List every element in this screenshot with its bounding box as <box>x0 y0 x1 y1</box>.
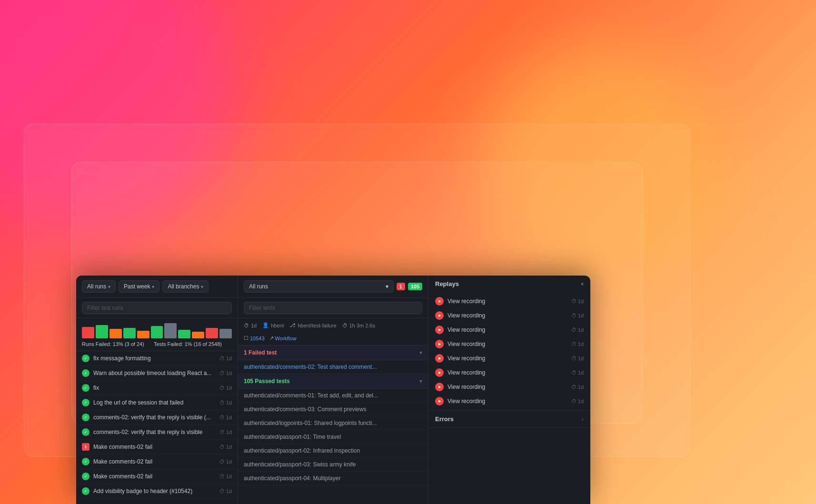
chart-bar <box>82 327 94 338</box>
left-panel: All runs ▾ Past week ▾ All branches ▾ <box>76 276 238 504</box>
test-time: ⏱ 1d <box>219 415 232 420</box>
errors-title: Errors <box>435 415 454 423</box>
filter-time-select[interactable]: Past week ▾ <box>119 280 159 293</box>
passed-test-item[interactable]: authenticated/passport-02: Infrared insp… <box>238 444 428 458</box>
replay-label: View recording <box>448 326 485 333</box>
replay-item-left: View recording <box>435 297 485 306</box>
passed-test-item[interactable]: authenticated/passport-03: Swiss army kn… <box>238 458 428 472</box>
test-time: ⏱ 1d <box>219 474 232 479</box>
list-item[interactable]: ✓Warn about possible timeout loading Rea… <box>76 366 238 381</box>
pass-icon: ✓ <box>82 487 90 495</box>
passed-test-item[interactable]: authenticated/passport-01: Time travel <box>238 430 428 444</box>
replay-label: View recording <box>448 398 485 405</box>
list-item[interactable]: ✓fix⏱ 1d <box>76 381 238 395</box>
replay-time: ⏱ 1d <box>571 356 584 361</box>
test-time: ⏱ 1d <box>219 459 232 464</box>
replay-item[interactable]: View recording⏱ 1d <box>428 323 590 337</box>
replay-item[interactable]: View recording⏱ 1d <box>428 337 590 351</box>
workflow-link[interactable]: ↗ Workflow <box>269 335 297 341</box>
runs-failed-stat: Runs Failed: 13% (3 of 24) <box>82 341 144 347</box>
errors-header[interactable]: Errors ‹ <box>428 411 590 427</box>
replay-item-left: View recording <box>435 368 485 377</box>
tests-failed-stat: Tests Failed: 1% (16 of 2548) <box>154 341 222 347</box>
passed-section-header[interactable]: 105 Passed tests ▾ <box>238 374 428 389</box>
search-input[interactable] <box>82 302 232 314</box>
replay-item[interactable]: View recording⏱ 1d <box>428 366 590 380</box>
list-item[interactable]: ✓Make comments-02 fail⏱ 1d <box>76 455 238 469</box>
filter-runs-label: All runs <box>87 283 106 290</box>
meta-author: 👤 hbenl <box>262 322 284 328</box>
commit-link[interactable]: ☐ 10543 <box>244 335 265 341</box>
filter-branches-select[interactable]: All branches ▾ <box>162 280 209 293</box>
test-name: Make comments-02 fail <box>93 458 152 465</box>
replay-item-left: View recording <box>435 326 485 334</box>
replay-item-left: View recording <box>435 311 485 320</box>
passed-tests-list: authenticated/comments-01: Test add, edi… <box>238 389 428 485</box>
replay-item[interactable]: View recording⏱ 1d <box>428 380 590 394</box>
chevron-down-icon: ▾ <box>152 284 154 289</box>
play-icon <box>435 397 444 405</box>
play-icon <box>435 311 444 320</box>
filter-time-label: Past week <box>124 283 150 290</box>
failed-section-header[interactable]: 1 Failed test ▾ <box>238 346 428 360</box>
play-icon <box>435 326 444 334</box>
chart-bar <box>178 330 190 338</box>
list-item[interactable]: ✓comments-02: verify that the reply is v… <box>76 425 238 440</box>
failed-test-item[interactable]: authenticated/comments-02: Test shared c… <box>238 360 428 374</box>
test-name: comments-02: verify that the reply is vi… <box>93 429 202 435</box>
passed-test-item[interactable]: authenticated/logpoints-01: Shared logpo… <box>238 416 428 430</box>
replays-section: Replays ▾ View recording⏱ 1dView recordi… <box>428 276 590 411</box>
chevron-down-icon: ▾ <box>419 349 422 356</box>
replay-item[interactable]: View recording⏱ 1d <box>428 294 590 308</box>
test-item-left: ✓fix <box>82 384 219 392</box>
replay-label: View recording <box>448 384 485 390</box>
test-item-left: ✓Log the url of the session that failed <box>82 399 219 406</box>
replay-item[interactable]: View recording⏱ 1d <box>428 308 590 323</box>
replay-item-left: View recording <box>435 354 485 363</box>
meta-links: ☐ 10543 ↗ Workflow <box>244 335 297 341</box>
content-area: All runs ▾ Past week ▾ All branches ▾ <box>76 276 590 504</box>
list-item[interactable]: ✓Log the url of the session that failed⏱… <box>76 395 238 410</box>
replay-list: View recording⏱ 1dView recording⏱ 1dView… <box>428 292 590 410</box>
list-item[interactable]: ✓Make comments-02 fail⏱ 1d <box>76 469 238 484</box>
meta-duration: ⏱ 1h 3m 2.6s <box>342 323 375 328</box>
replay-time: ⏱ 1d <box>571 313 584 318</box>
pass-icon: ✓ <box>82 355 90 362</box>
middle-search <box>238 298 428 318</box>
chart-bar <box>219 329 232 338</box>
test-item-left: ✓comments-02: verify that the reply is v… <box>82 414 219 421</box>
passed-test-item[interactable]: authenticated/comments-03: Comment previ… <box>238 403 428 416</box>
play-icon <box>435 297 444 306</box>
replays-title: Replays <box>435 280 459 287</box>
pass-icon: ✓ <box>82 428 90 436</box>
test-item-left: 1Make comments-02 fail <box>82 443 219 451</box>
list-item[interactable]: ✓comments-02: verify that the reply is v… <box>76 410 238 425</box>
pass-icon: ✓ <box>82 458 90 465</box>
replay-item[interactable]: View recording⏱ 1d <box>428 394 590 408</box>
list-item[interactable]: ✓fix message formatting⏱ 1d <box>76 351 238 366</box>
filter-runs-select[interactable]: All runs ▾ <box>82 280 116 293</box>
replay-time: ⏱ 1d <box>571 341 584 347</box>
passed-test-item[interactable]: authenticated/passport-04: Multiplayer <box>238 472 428 485</box>
test-name: Add visibility badge to header (#10542) <box>93 488 192 494</box>
test-time: ⏱ 1d <box>219 370 232 376</box>
filter-branches-label: All branches <box>168 283 199 290</box>
replay-item[interactable]: View recording⏱ 1d <box>428 351 590 366</box>
pass-icon: ✓ <box>82 369 90 377</box>
pass-icon: ✓ <box>82 399 90 406</box>
middle-search-input[interactable] <box>244 302 422 314</box>
chevron-down-icon: ▾ <box>419 378 422 385</box>
chart-bar <box>192 332 204 338</box>
test-item-left: ✓Add visibility badge to header (#10542) <box>82 487 219 495</box>
replay-label: View recording <box>448 369 485 376</box>
replays-header[interactable]: Replays ▾ <box>428 276 590 292</box>
list-item[interactable]: ✓Add visibility badge to header (#10542)… <box>76 484 238 499</box>
test-time: ⏱ 1d <box>219 385 232 391</box>
test-name: fix <box>93 385 99 391</box>
middle-filter-select[interactable]: All runs ▾ <box>244 280 394 293</box>
chevron-down-icon: ▾ <box>581 281 584 287</box>
list-item[interactable]: 1Make comments-02 fail⏱ 1d <box>76 440 238 455</box>
replay-time: ⏱ 1d <box>571 370 584 376</box>
chart-bar <box>164 323 177 338</box>
passed-test-item[interactable]: authenticated/comments-01: Test add, edi… <box>238 389 428 403</box>
